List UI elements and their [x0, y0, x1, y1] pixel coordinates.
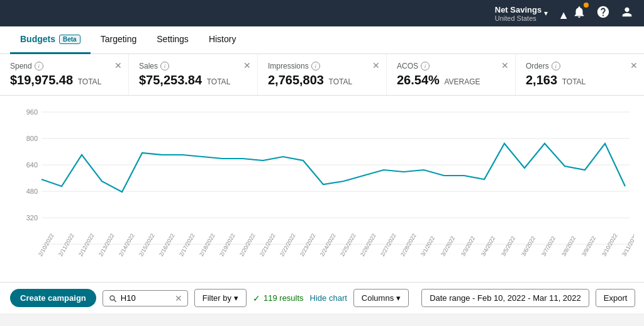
tab-budgets-label: Budgets — [20, 34, 55, 44]
metric-impressions: Impressions i 2,765,803 TOTAL ✕ — [258, 54, 387, 95]
svg-text:800: 800 — [26, 135, 38, 142]
filter-chevron-icon: ▾ — [234, 293, 238, 303]
svg-text:2/20/2022: 2/20/2022 — [238, 232, 257, 257]
metric-spend-value: $19,975.48 TOTAL — [10, 73, 118, 87]
svg-text:3/2/2022: 3/2/2022 — [440, 235, 456, 257]
impressions-close-icon[interactable]: ✕ — [372, 60, 380, 70]
acos-info-icon[interactable]: i — [421, 62, 430, 70]
help-icon[interactable] — [596, 5, 610, 22]
metric-orders-value: 2,163 TOTAL — [526, 73, 634, 87]
search-icon — [108, 294, 117, 303]
spend-info-icon[interactable]: i — [35, 62, 43, 70]
tab-targeting[interactable]: Targeting — [91, 26, 147, 54]
notification-bell-icon[interactable]: ▲ — [558, 5, 586, 22]
results-count: 119 results — [264, 293, 304, 303]
svg-text:2/21/2022: 2/21/2022 — [258, 232, 277, 257]
metric-impressions-value: 2,765,803 TOTAL — [268, 73, 376, 87]
results-indicator: ✓ 119 results — [253, 293, 304, 303]
check-icon: ✓ — [253, 293, 260, 303]
metric-acos-value: 26.54% AVERAGE — [397, 73, 505, 87]
bottom-toolbar: Create campaign ✕ Filter by ▾ ✓ 119 resu… — [0, 282, 644, 313]
account-name: Net Savings — [495, 5, 541, 14]
search-input[interactable] — [121, 293, 171, 303]
search-box: ✕ — [103, 290, 188, 306]
svg-text:2/24/2022: 2/24/2022 — [319, 232, 337, 257]
svg-text:2/23/2022: 2/23/2022 — [299, 232, 317, 257]
chart-wrapper: 960 800 640 480 320 2/10/2022 2/11/2022 … — [10, 106, 634, 282]
svg-text:2/10/2022: 2/10/2022 — [37, 232, 55, 257]
account-chevron-icon: ▾ — [544, 9, 548, 18]
metric-sales-value: $75,253.84 TOTAL — [139, 73, 247, 87]
svg-text:3/1/2022: 3/1/2022 — [419, 235, 436, 257]
metric-sales: Sales i $75,253.84 TOTAL ✕ — [129, 54, 258, 95]
svg-text:2/13/2022: 2/13/2022 — [97, 232, 116, 257]
svg-text:3/6/2022: 3/6/2022 — [520, 235, 536, 257]
create-campaign-button[interactable]: Create campaign — [10, 289, 96, 307]
svg-text:3/8/2022: 3/8/2022 — [560, 235, 577, 257]
metric-acos: ACOS i 26.54% AVERAGE ✕ — [387, 54, 516, 95]
line-chart: 960 800 640 480 320 2/10/2022 2/11/2022 … — [10, 106, 634, 282]
svg-text:480: 480 — [26, 188, 38, 195]
svg-text:2/12/2022: 2/12/2022 — [77, 232, 96, 257]
tab-settings-label: Settings — [157, 34, 189, 44]
svg-text:2/22/2022: 2/22/2022 — [279, 232, 297, 257]
metric-sales-label: Sales i — [139, 62, 247, 70]
svg-text:2/14/2022: 2/14/2022 — [118, 232, 136, 257]
metric-impressions-label: Impressions i — [268, 62, 376, 70]
svg-text:3/3/2022: 3/3/2022 — [460, 235, 476, 257]
tab-budgets[interactable]: Budgets Beta — [10, 26, 91, 54]
metric-orders-label: Orders i — [526, 62, 634, 70]
chart-line — [42, 143, 625, 192]
svg-text:3/10/2022: 3/10/2022 — [601, 232, 619, 257]
beta-badge: Beta — [59, 35, 80, 44]
svg-text:960: 960 — [26, 108, 38, 116]
tab-targeting-label: Targeting — [101, 34, 137, 44]
filter-by-label: Filter by — [203, 293, 231, 303]
date-range-button[interactable]: Date range - Feb 10, 2022 - Mar 11, 2022 — [421, 289, 589, 307]
nav-bar: Budgets Beta Targeting Settings History — [0, 26, 644, 54]
svg-text:2/27/2022: 2/27/2022 — [379, 232, 397, 257]
svg-text:320: 320 — [26, 214, 38, 222]
search-clear-icon[interactable]: ✕ — [175, 293, 182, 303]
svg-text:3/11/2022: 3/11/2022 — [621, 232, 634, 257]
orders-info-icon[interactable]: i — [552, 62, 560, 70]
hide-chart-link[interactable]: Hide chart — [310, 293, 347, 303]
account-sub: United States — [495, 14, 541, 22]
metric-spend-label: Spend i — [10, 62, 118, 70]
svg-text:3/5/2022: 3/5/2022 — [500, 235, 516, 257]
spend-close-icon[interactable]: ✕ — [114, 60, 122, 70]
account-selector[interactable]: Net Savings United States ▾ — [495, 5, 548, 22]
svg-text:2/19/2022: 2/19/2022 — [218, 232, 236, 257]
columns-chevron-icon: ▾ — [396, 293, 401, 303]
svg-text:3/9/2022: 3/9/2022 — [580, 235, 597, 257]
svg-text:2/11/2022: 2/11/2022 — [57, 232, 75, 257]
metrics-row: Spend i $19,975.48 TOTAL ✕ Sales i $75,2… — [0, 54, 644, 96]
tab-settings[interactable]: Settings — [147, 26, 199, 54]
impressions-info-icon[interactable]: i — [311, 62, 320, 70]
svg-text:2/17/2022: 2/17/2022 — [178, 232, 196, 257]
sales-close-icon[interactable]: ✕ — [243, 60, 251, 70]
notification-badge — [584, 3, 589, 8]
acos-close-icon[interactable]: ✕ — [501, 60, 509, 70]
chart-area: 960 800 640 480 320 2/10/2022 2/11/2022 … — [0, 96, 644, 282]
svg-text:2/16/2022: 2/16/2022 — [158, 232, 176, 257]
tab-history-label: History — [209, 34, 236, 44]
svg-text:2/28/2022: 2/28/2022 — [399, 232, 418, 257]
columns-button[interactable]: Columns ▾ — [353, 289, 409, 307]
sales-info-icon[interactable]: i — [160, 62, 169, 70]
svg-text:3/7/2022: 3/7/2022 — [540, 235, 557, 257]
svg-text:2/15/2022: 2/15/2022 — [138, 232, 156, 257]
svg-text:3/4/2022: 3/4/2022 — [480, 235, 496, 257]
tab-history[interactable]: History — [199, 26, 247, 54]
filter-by-button[interactable]: Filter by ▾ — [194, 289, 247, 307]
user-account-icon[interactable] — [620, 5, 634, 22]
export-button[interactable]: Export — [596, 289, 636, 307]
orders-close-icon[interactable]: ✕ — [630, 60, 638, 70]
svg-text:2/18/2022: 2/18/2022 — [198, 232, 216, 257]
svg-text:2/26/2022: 2/26/2022 — [359, 232, 377, 257]
svg-text:640: 640 — [26, 161, 38, 169]
metric-orders: Orders i 2,163 TOTAL ✕ — [516, 54, 644, 95]
svg-text:2/25/2022: 2/25/2022 — [339, 232, 357, 257]
columns-label: Columns — [362, 293, 394, 303]
metric-acos-label: ACOS i — [397, 62, 505, 70]
